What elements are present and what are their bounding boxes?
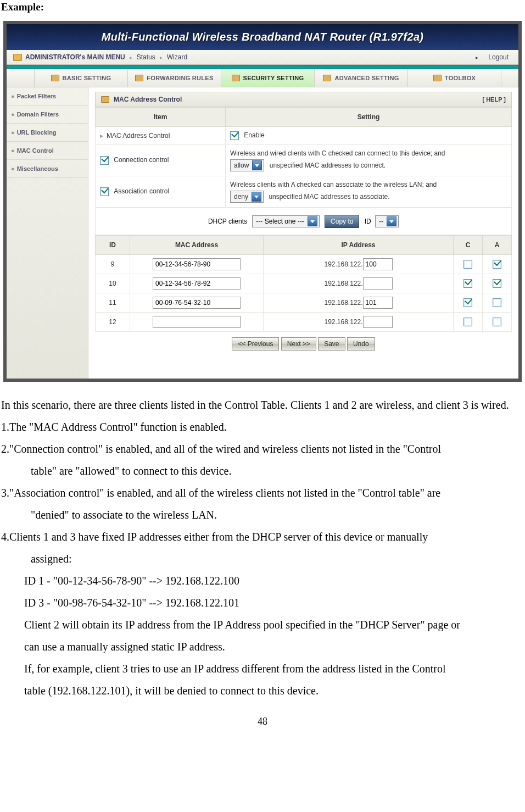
page-number: 48 xyxy=(0,702,525,727)
sidebar-item-packet-filters[interactable]: ●Packet Filters xyxy=(7,87,88,105)
chevron-down-icon xyxy=(308,216,317,226)
dhcp-id-select[interactable]: -- xyxy=(375,215,399,227)
chevron-down-icon xyxy=(252,160,262,170)
menu-logout[interactable]: Logout xyxy=(488,53,509,61)
sidebar-item-domain-filters[interactable]: ●Domain Filters xyxy=(7,105,88,124)
teal-divider xyxy=(7,65,518,69)
previous-button[interactable]: << Previous xyxy=(232,337,279,351)
prose-p4: 4.Clients 1 and 3 have fixed IP addresse… xyxy=(1,526,523,548)
mac-input[interactable] xyxy=(153,316,241,328)
example-heading: Example: xyxy=(0,0,525,21)
next-button[interactable]: Next >> xyxy=(281,337,316,351)
table-row: 10192.168.122. xyxy=(96,274,512,293)
th-c: C xyxy=(454,236,483,255)
table-row: 12192.168.122. xyxy=(96,313,512,332)
c-checkbox[interactable] xyxy=(463,298,472,307)
copy-to-button[interactable]: Copy to xyxy=(325,215,359,228)
a-checkbox[interactable] xyxy=(493,260,501,269)
tab-basic-setting[interactable]: BASIC SETTING xyxy=(35,69,128,87)
dhcp-client-select[interactable]: --- Select one --- xyxy=(252,215,319,227)
tab-bar: BASIC SETTING FORWARDING RULES SECURITY … xyxy=(7,69,518,87)
chevron-right-icon: ▸ xyxy=(160,54,163,60)
dhcp-clients-row: DHCP clients --- Select one --- Copy to … xyxy=(95,208,512,235)
association-control-checkbox[interactable] xyxy=(100,187,109,196)
prose-p2b: table" are "allowed" to connect to this … xyxy=(1,460,523,482)
admin-menu-label[interactable]: ADMINISTRATOR's MAIN MENU xyxy=(25,53,125,61)
table-row: 11192.168.122. xyxy=(96,293,512,313)
c-checkbox[interactable] xyxy=(463,260,472,269)
save-button[interactable]: Save xyxy=(318,337,345,351)
router-screenshot: Multi-Functional Wireless Broadband NAT … xyxy=(3,21,522,382)
window-title: Multi-Functional Wireless Broadband NAT … xyxy=(7,24,518,50)
association-deny-select[interactable]: deny xyxy=(230,191,264,203)
menu-bar: ADMINISTRATOR's MAIN MENU ▸ Status ▸ Wiz… xyxy=(7,50,518,65)
c-checkbox[interactable] xyxy=(463,279,472,288)
cell-ip: 192.168.122. xyxy=(264,293,454,313)
folder-icon xyxy=(51,75,59,81)
tab-forwarding-rules[interactable]: FORWARDING RULES xyxy=(128,69,221,87)
th-setting: Setting xyxy=(226,108,512,127)
a-checkbox[interactable] xyxy=(493,279,501,288)
chevron-down-icon xyxy=(252,192,261,202)
a-checkbox[interactable] xyxy=(493,298,501,307)
sidebar-item-miscellaneous[interactable]: ●Miscellaneous xyxy=(7,160,88,178)
table-row: 9192.168.122. xyxy=(96,255,512,274)
th-id: ID xyxy=(96,236,130,255)
ip-input[interactable] xyxy=(363,258,393,270)
cell-id: 11 xyxy=(96,293,130,313)
prose-p7b: can use a manually assigned static IP ad… xyxy=(1,636,523,658)
panel-title: MAC Address Control xyxy=(114,96,182,103)
mac-input[interactable] xyxy=(153,258,241,270)
chevron-right-icon: ▸ xyxy=(130,54,132,60)
th-item: Item xyxy=(96,108,226,127)
cell-id: 10 xyxy=(96,274,130,293)
enable-checkbox[interactable] xyxy=(230,131,239,140)
tab-security-setting[interactable]: SECURITY SETTING xyxy=(221,69,315,87)
th-a: A xyxy=(483,236,512,255)
cfg-row1-item: ▸MAC Address Control xyxy=(96,127,226,145)
folder-icon xyxy=(135,75,143,81)
prose-p3b: "denied" to associate to the wireless LA… xyxy=(1,504,523,526)
association-control-label: Association control xyxy=(114,187,169,195)
mac-input[interactable] xyxy=(153,277,241,290)
body-text: In this scenario, there are three client… xyxy=(0,382,525,702)
association-control-text2: unspecified MAC addresses to associate. xyxy=(269,193,389,201)
mac-input[interactable] xyxy=(153,297,241,309)
sidebar: ●Packet Filters ●Domain Filters ●URL Blo… xyxy=(7,87,88,379)
control-table: ID MAC Address IP Address C A 9192.168.1… xyxy=(95,235,512,332)
folder-icon xyxy=(101,96,109,103)
prose-p6: ID 3 - "00-98-76-54-32-10" --> 192.168.1… xyxy=(1,592,523,614)
tab-advanced-setting[interactable]: ADVANCED SETTING xyxy=(315,69,408,87)
prose-p7a: Client 2 will obtain its IP address from… xyxy=(1,614,523,636)
connection-allow-select[interactable]: allow xyxy=(230,159,264,171)
tab-toolbox[interactable]: TOOLBOX xyxy=(408,69,501,87)
sidebar-item-url-blocking[interactable]: ●URL Blocking xyxy=(7,124,88,142)
ip-input[interactable] xyxy=(363,297,393,309)
action-bar: << Previous Next >> Save Undo xyxy=(95,332,512,353)
folder-icon xyxy=(323,75,331,81)
main-panel: MAC Address Control [ HELP ] Item Settin… xyxy=(88,87,518,379)
help-link[interactable]: [ HELP ] xyxy=(482,96,506,103)
c-checkbox[interactable] xyxy=(463,318,472,326)
menu-status[interactable]: Status xyxy=(137,53,155,61)
ip-input[interactable] xyxy=(363,277,393,290)
connection-control-checkbox[interactable] xyxy=(100,156,109,165)
association-control-text1: Wireless clients with A checked can asso… xyxy=(230,181,507,188)
enable-label: Enable xyxy=(244,131,264,139)
cell-ip: 192.168.122. xyxy=(264,274,454,293)
prose-p1: 1.The "MAC Address Control" function is … xyxy=(1,416,523,438)
dhcp-id-label: ID xyxy=(365,218,371,225)
a-checkbox[interactable] xyxy=(493,318,501,326)
chevron-right-icon: ▸ xyxy=(476,54,478,60)
sidebar-item-mac-control[interactable]: ●MAC Control xyxy=(7,142,88,160)
folder-icon xyxy=(13,54,22,61)
folder-icon xyxy=(232,75,240,81)
folder-icon xyxy=(433,75,442,81)
undo-button[interactable]: Undo xyxy=(347,337,375,351)
menu-wizard[interactable]: Wizard xyxy=(167,53,187,61)
dhcp-label: DHCP clients xyxy=(208,218,247,225)
prose-p2: 2."Connection control" is enabled, and a… xyxy=(1,438,523,460)
config-table: Item Setting ▸MAC Address Control Enable xyxy=(95,107,512,208)
th-ip: IP Address xyxy=(264,236,454,255)
ip-input[interactable] xyxy=(363,316,393,328)
